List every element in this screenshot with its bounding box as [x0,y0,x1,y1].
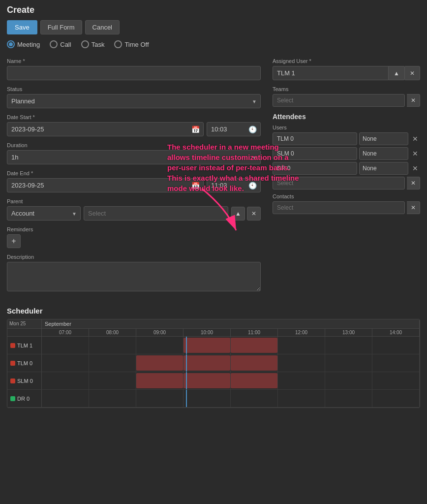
current-time-line-tlm0 [186,354,187,372]
parent-expand-button[interactable]: ▲ [231,207,245,220]
duration-select-wrapper: 1h 30m 2h [7,150,261,164]
scheduler-row-tlm0: TLM 0 [7,354,420,372]
event-tlm0-0900 [136,355,183,371]
date-start-input-wrapper: 📅 [7,122,204,136]
radio-meeting[interactable]: Meeting [7,40,40,48]
radio-timeoff[interactable]: Time Off [114,40,149,48]
slot-tlm1-5 [278,337,325,354]
attendee-remove-tlm0[interactable]: ✕ [410,134,420,144]
slot-tlm1-0 [42,337,89,354]
date-start-input[interactable] [7,122,204,136]
form-left: Name * Status Planned Held Not Held [7,58,268,299]
slot-tlm1-6 [325,337,372,354]
scheduler-table: Mon 25 September 07:00 08:00 09:00 10:00… [7,319,420,408]
time-cell-1300: 13:00 [325,329,372,336]
teams-expand-button[interactable]: ✕ [407,94,420,107]
time-cell-1200: 12:00 [278,329,325,336]
add-reminder-button[interactable]: + [7,234,21,248]
teams-field-group: Teams ✕ [273,86,420,107]
fullform-button[interactable]: Full Form [40,20,82,34]
assigned-user-input[interactable] [273,66,389,80]
teams-label: Teams [273,86,420,92]
radio-timeoff-label: Time Off [124,41,149,48]
contacts-select-input[interactable] [273,201,405,214]
attendee-remove-dr0[interactable]: ✕ [410,163,420,173]
event-slm0-1000 [183,373,230,388]
event-tlm1-1000 [183,338,230,353]
slot-slm0-6 [325,372,372,389]
slot-slm0-2 [136,372,183,389]
scheduler-time-label-col [7,329,42,336]
scheduler-user-dr0: DR 0 [7,390,42,407]
description-textarea[interactable] [7,262,261,291]
time-start-input[interactable] [207,122,261,136]
status-select[interactable]: Planned Held Not Held [7,94,261,108]
slot-tlm0-6 [325,354,372,372]
parent-clear-button[interactable]: ✕ [247,207,261,220]
time-end-input[interactable] [207,178,261,192]
teams-select-input[interactable] [273,94,405,107]
slot-dr0-7 [372,390,420,407]
status-label: Status [7,86,261,92]
radio-meeting-label: Meeting [17,41,40,48]
name-input[interactable] [7,66,261,80]
scheduler-user-slm0: SLM 0 [7,372,42,389]
scheduler-slots-slm0 [42,372,420,389]
slot-slm0-0 [42,372,89,389]
status-field-group: Status Planned Held Not Held [7,86,261,108]
scheduler-row-dr0: DR 0 [7,390,420,408]
parent-field-group: Parent Account Contact Lead [7,198,261,220]
user-label-tlm0: TLM 0 [17,360,32,366]
scheduler-slots-tlm1 [42,337,420,354]
user-dot-tlm0 [10,361,15,366]
add-user-input[interactable] [273,177,405,189]
form-right: Assigned User * ▲ ✕ Teams ✕ [268,58,420,299]
name-field-group: Name * [7,58,261,80]
user-label-tlm1: TLM 1 [17,343,32,348]
user-dot-dr0 [10,396,15,401]
slot-tlm1-1 [89,337,136,354]
parent-row: Account Contact Lead ▲ ✕ [7,206,261,220]
slot-tlm0-3 [183,354,231,372]
slot-slm0-5 [278,372,325,389]
current-time-line-dr0 [186,390,187,407]
attendee-remove-slm0[interactable]: ✕ [410,149,420,158]
radio-call-label: Call [60,41,71,48]
reminders-label: Reminders [7,226,261,232]
cancel-button[interactable]: Cancel [85,20,120,34]
duration-label: Duration [7,142,261,148]
attendee-name-tlm0: TLM 0 [273,132,357,145]
user-label-slm0: SLM 0 [17,378,33,384]
attendee-status-tlm0[interactable]: None Accepted Declined [359,132,408,145]
date-end-input[interactable] [7,178,204,192]
scheduler-section: Scheduler Mon 25 September 07:00 08:00 0… [0,307,427,408]
add-user-expand-button[interactable]: ✕ [407,177,420,189]
attendee-status-slm0[interactable]: None Accepted Declined [359,147,408,160]
slot-tlm0-7 [372,354,420,372]
time-cell-0900: 09:00 [136,329,183,336]
name-label: Name * [7,58,261,64]
assigned-user-expand-button[interactable]: ▲ [389,66,405,80]
parent-select-input[interactable] [84,206,228,220]
contacts-expand-button[interactable]: ✕ [407,201,420,214]
radio-call[interactable]: Call [50,40,71,48]
event-slm0-1100 [231,373,277,388]
assigned-user-clear-button[interactable]: ✕ [405,66,420,80]
parent-type-select[interactable]: Account Contact Lead [7,206,81,220]
scheduler-row-slm0: SLM 0 [7,372,420,390]
slot-dr0-5 [278,390,325,407]
duration-select[interactable]: 1h 30m 2h [7,150,261,164]
save-button[interactable]: Save [7,20,37,34]
radio-meeting-circle [7,40,15,48]
duration-field-group: Duration 1h 30m 2h [7,142,261,164]
slot-slm0-1 [89,372,136,389]
attendee-status-dr0[interactable]: None Accepted Declined [359,162,408,175]
time-cell-1100: 11:00 [231,329,278,336]
event-slm0-0900 [136,373,183,388]
time-cell-1400: 14:00 [372,329,420,336]
parent-select-wrapper [84,206,228,220]
attendee-row-slm0: SLM 0 None Accepted Declined ✕ [273,147,420,160]
radio-task[interactable]: Task [81,40,105,48]
slot-tlm1-4 [231,337,278,354]
time-end-input-wrapper: 🕙 [207,178,261,192]
